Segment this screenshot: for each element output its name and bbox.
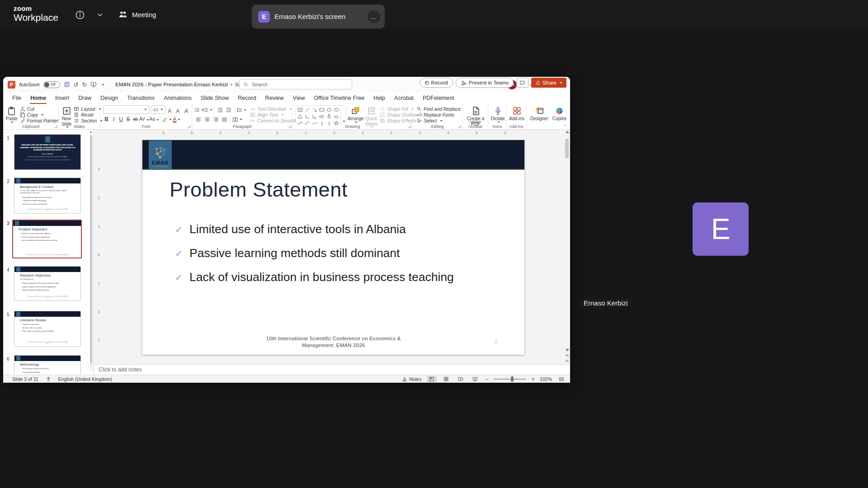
- font-size-select[interactable]: 44: [151, 105, 165, 114]
- shape-elbow-connector-icon[interactable]: [304, 113, 311, 120]
- autosave-toggle[interactable]: Off: [43, 81, 60, 88]
- horizontal-ruler[interactable]: 6543210123456: [96, 130, 564, 136]
- shape-rectangle-icon[interactable]: [318, 106, 326, 113]
- copy-button[interactable]: Copy: [19, 112, 59, 117]
- tab-draw[interactable]: Draw: [74, 92, 96, 104]
- zoom-in-button[interactable]: +: [531, 376, 535, 382]
- cut-button[interactable]: Cut: [19, 106, 59, 112]
- language-indicator[interactable]: English (United Kingdom): [58, 376, 112, 382]
- collapse-ribbon-icon[interactable]: [562, 123, 568, 128]
- zoom-percent[interactable]: 102%: [540, 376, 552, 382]
- slide-thumbnail-5[interactable]: Literature Review✓Digital learning trend…: [14, 311, 81, 347]
- strike-ab-button[interactable]: ab: [132, 116, 139, 123]
- scroll-up-icon[interactable]: [566, 131, 569, 133]
- tab-acrobat[interactable]: Acrobat: [390, 92, 418, 104]
- numbering-button[interactable]: 12: [203, 106, 211, 113]
- tab-transitions[interactable]: Transitions: [123, 92, 159, 104]
- reading-view-button[interactable]: [456, 375, 466, 383]
- accessibility-icon[interactable]: [46, 376, 51, 382]
- slide-thumbnail-2[interactable]: Background & ContextIn recent years, Alb…: [14, 178, 81, 214]
- italic-button[interactable]: I: [110, 116, 117, 123]
- more-options-icon[interactable]: …: [368, 10, 380, 23]
- tab-insert[interactable]: Insert: [51, 92, 74, 104]
- shape-arrow-down-icon[interactable]: [326, 113, 333, 120]
- dialog-launcher-icon[interactable]: [408, 125, 411, 128]
- thumbnail-scrollbar[interactable]: [90, 135, 92, 371]
- highlight-color-button[interactable]: [163, 116, 171, 123]
- tab-record[interactable]: Record: [233, 92, 260, 104]
- underline-button[interactable]: U: [118, 116, 124, 123]
- tab-office-timeline-free[interactable]: Office Timeline Free: [309, 92, 369, 104]
- justify-button[interactable]: [221, 116, 228, 123]
- font-name-select[interactable]: [103, 105, 149, 114]
- redo-icon[interactable]: ↻: [82, 81, 87, 88]
- zoom-out-button[interactable]: −: [485, 376, 489, 382]
- replace-fonts-button[interactable]: AReplace Fonts: [415, 112, 462, 117]
- slide-thumbnail-1[interactable]: BRIDGING THE GAP BETWEEN TRADITIONAL AND…: [14, 134, 81, 170]
- fit-to-window-button[interactable]: [557, 375, 566, 383]
- dialog-launcher-icon[interactable]: [288, 125, 291, 128]
- participant-video-tile[interactable]: E: [693, 202, 749, 256]
- paste-button[interactable]: Paste: [6, 105, 18, 123]
- next-slide-button[interactable]: ≫: [565, 358, 569, 363]
- align-left-button[interactable]: [195, 116, 203, 123]
- normal-view-button[interactable]: [427, 375, 437, 383]
- tab-pdfelement[interactable]: PDFelement: [418, 92, 458, 104]
- save-icon[interactable]: [64, 81, 70, 88]
- strikethrough-button[interactable]: S: [125, 116, 132, 123]
- reset-button[interactable]: Reset: [73, 112, 104, 117]
- slide-thumbnail-6[interactable]: Methodology✓Survey design (students & le…: [14, 355, 81, 375]
- columns-button[interactable]: [233, 116, 241, 123]
- screen-share-tab[interactable]: E Ernaso Kerbizi's screen …: [252, 5, 385, 28]
- new-slide-button[interactable]: New Slide: [61, 105, 71, 123]
- scroll-up-icon[interactable]: ▲: [89, 130, 93, 134]
- align-center-button[interactable]: [203, 116, 211, 123]
- shape-gallery-scroll[interactable]: [341, 105, 346, 123]
- change-case-button[interactable]: Aa: [150, 116, 159, 123]
- shape-text-box-icon[interactable]: A: [297, 106, 304, 113]
- addins-button[interactable]: Add-ins: [509, 105, 524, 123]
- previous-slide-button[interactable]: ≪: [565, 353, 569, 358]
- character-spacing-button[interactable]: AV: [139, 116, 149, 123]
- slide-bullet[interactable]: ✓Passive learning methods still dominant: [175, 246, 400, 260]
- scroll-down-icon[interactable]: [566, 349, 569, 352]
- grow-font-button[interactable]: Aˆ: [167, 106, 174, 113]
- shape-rounded-rectangle-icon[interactable]: [333, 106, 340, 113]
- select-button[interactable]: Select: [415, 118, 462, 123]
- shape-line-icon[interactable]: [304, 106, 311, 113]
- format-painter-button[interactable]: Format Painter: [19, 118, 59, 123]
- slide-thumbnail-3[interactable]: Problem Statement✓Limited use of interac…: [12, 220, 82, 258]
- vertical-ruler[interactable]: 3210123: [96, 136, 102, 364]
- scrollbar-thumb[interactable]: [565, 139, 569, 159]
- increase-indent-button[interactable]: [225, 106, 232, 113]
- tab-view[interactable]: View: [288, 92, 310, 104]
- quick-styles-button[interactable]: Quick Styles: [365, 105, 377, 123]
- decrease-indent-button[interactable]: [216, 106, 224, 113]
- align-right-button[interactable]: [212, 116, 220, 123]
- slideshow-button[interactable]: [470, 375, 480, 383]
- arrange-button[interactable]: Arrange: [348, 105, 364, 123]
- search-input[interactable]: Search: [239, 79, 352, 89]
- tab-design[interactable]: Design: [96, 92, 123, 104]
- tab-help[interactable]: Help: [369, 92, 390, 104]
- shape-arrow-right-icon[interactable]: [318, 113, 326, 120]
- tab-slide-show[interactable]: Slide Show: [196, 92, 234, 104]
- dialog-launcher-icon[interactable]: [54, 125, 57, 128]
- record-button[interactable]: Record: [420, 78, 453, 88]
- notes-toggle-button[interactable]: Notes: [401, 376, 422, 382]
- tab-animations[interactable]: Animations: [159, 92, 196, 104]
- font-color-button[interactable]: A: [171, 116, 182, 123]
- shape-triangle-icon[interactable]: [297, 113, 304, 120]
- info-icon[interactable]: [75, 10, 85, 20]
- dialog-launcher-icon[interactable]: [188, 125, 190, 128]
- slide-canvas[interactable]: EMAN CONFERENCE Problem Statement ✓Limit…: [142, 140, 524, 355]
- meeting-tab[interactable]: Meeting: [118, 10, 156, 19]
- line-spacing-button[interactable]: [237, 106, 245, 113]
- share-button[interactable]: Share: [531, 78, 566, 88]
- slide-thumbnail-4[interactable]: Research ObjectivesThis study aims to:✓E…: [14, 266, 81, 301]
- shape-arrow-icon[interactable]: [311, 106, 318, 113]
- slide-indicator[interactable]: Slide 3 of 11: [12, 376, 38, 382]
- dictate-button[interactable]: Dictate: [491, 105, 505, 123]
- layout-button[interactable]: Layout: [73, 106, 104, 112]
- tab-file[interactable]: File: [8, 92, 26, 104]
